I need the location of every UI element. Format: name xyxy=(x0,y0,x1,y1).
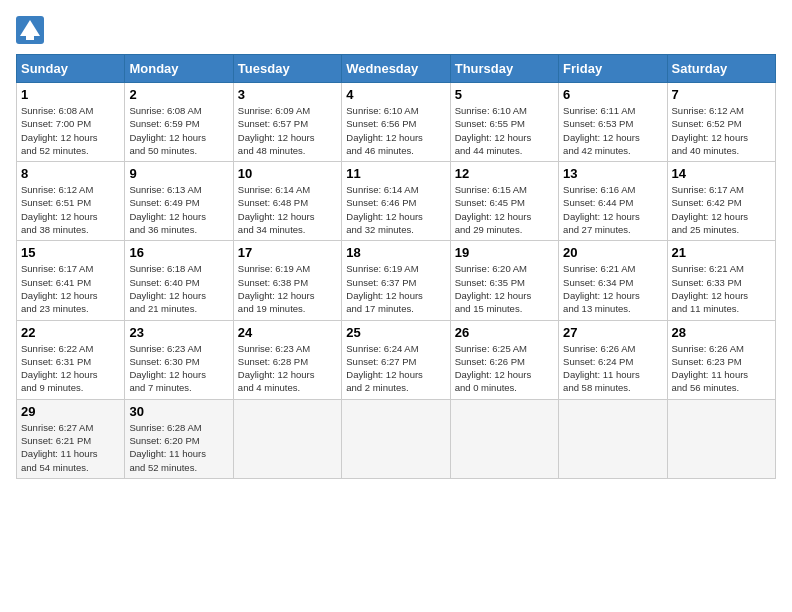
calendar-cell: 14Sunrise: 6:17 AM Sunset: 6:42 PM Dayli… xyxy=(667,162,775,241)
calendar-cell: 25Sunrise: 6:24 AM Sunset: 6:27 PM Dayli… xyxy=(342,320,450,399)
day-info: Sunrise: 6:18 AM Sunset: 6:40 PM Dayligh… xyxy=(129,262,228,315)
day-number: 23 xyxy=(129,325,228,340)
calendar-cell: 5Sunrise: 6:10 AM Sunset: 6:55 PM Daylig… xyxy=(450,83,558,162)
calendar-cell: 24Sunrise: 6:23 AM Sunset: 6:28 PM Dayli… xyxy=(233,320,341,399)
calendar-week-3: 15Sunrise: 6:17 AM Sunset: 6:41 PM Dayli… xyxy=(17,241,776,320)
day-info: Sunrise: 6:21 AM Sunset: 6:34 PM Dayligh… xyxy=(563,262,662,315)
day-info: Sunrise: 6:17 AM Sunset: 6:42 PM Dayligh… xyxy=(672,183,771,236)
calendar-cell: 9Sunrise: 6:13 AM Sunset: 6:49 PM Daylig… xyxy=(125,162,233,241)
day-info: Sunrise: 6:27 AM Sunset: 6:21 PM Dayligh… xyxy=(21,421,120,474)
day-info: Sunrise: 6:15 AM Sunset: 6:45 PM Dayligh… xyxy=(455,183,554,236)
day-info: Sunrise: 6:26 AM Sunset: 6:24 PM Dayligh… xyxy=(563,342,662,395)
day-info: Sunrise: 6:19 AM Sunset: 6:37 PM Dayligh… xyxy=(346,262,445,315)
logo-icon xyxy=(16,16,44,44)
day-number: 14 xyxy=(672,166,771,181)
day-number: 3 xyxy=(238,87,337,102)
day-number: 21 xyxy=(672,245,771,260)
day-info: Sunrise: 6:20 AM Sunset: 6:35 PM Dayligh… xyxy=(455,262,554,315)
day-info: Sunrise: 6:11 AM Sunset: 6:53 PM Dayligh… xyxy=(563,104,662,157)
day-number: 11 xyxy=(346,166,445,181)
day-number: 30 xyxy=(129,404,228,419)
calendar-cell: 3Sunrise: 6:09 AM Sunset: 6:57 PM Daylig… xyxy=(233,83,341,162)
day-info: Sunrise: 6:17 AM Sunset: 6:41 PM Dayligh… xyxy=(21,262,120,315)
calendar-cell: 18Sunrise: 6:19 AM Sunset: 6:37 PM Dayli… xyxy=(342,241,450,320)
day-number: 13 xyxy=(563,166,662,181)
day-info: Sunrise: 6:09 AM Sunset: 6:57 PM Dayligh… xyxy=(238,104,337,157)
day-info: Sunrise: 6:13 AM Sunset: 6:49 PM Dayligh… xyxy=(129,183,228,236)
day-number: 16 xyxy=(129,245,228,260)
calendar-cell: 13Sunrise: 6:16 AM Sunset: 6:44 PM Dayli… xyxy=(559,162,667,241)
calendar-cell: 8Sunrise: 6:12 AM Sunset: 6:51 PM Daylig… xyxy=(17,162,125,241)
day-info: Sunrise: 6:23 AM Sunset: 6:30 PM Dayligh… xyxy=(129,342,228,395)
weekday-header-saturday: Saturday xyxy=(667,55,775,83)
calendar-cell: 27Sunrise: 6:26 AM Sunset: 6:24 PM Dayli… xyxy=(559,320,667,399)
weekday-header-wednesday: Wednesday xyxy=(342,55,450,83)
day-info: Sunrise: 6:14 AM Sunset: 6:46 PM Dayligh… xyxy=(346,183,445,236)
calendar-cell: 23Sunrise: 6:23 AM Sunset: 6:30 PM Dayli… xyxy=(125,320,233,399)
calendar-cell xyxy=(233,399,341,478)
day-number: 17 xyxy=(238,245,337,260)
calendar-cell: 20Sunrise: 6:21 AM Sunset: 6:34 PM Dayli… xyxy=(559,241,667,320)
day-number: 6 xyxy=(563,87,662,102)
day-number: 27 xyxy=(563,325,662,340)
calendar-cell: 28Sunrise: 6:26 AM Sunset: 6:23 PM Dayli… xyxy=(667,320,775,399)
calendar-cell: 16Sunrise: 6:18 AM Sunset: 6:40 PM Dayli… xyxy=(125,241,233,320)
calendar-body: 1Sunrise: 6:08 AM Sunset: 7:00 PM Daylig… xyxy=(17,83,776,479)
calendar-cell: 19Sunrise: 6:20 AM Sunset: 6:35 PM Dayli… xyxy=(450,241,558,320)
weekday-header-thursday: Thursday xyxy=(450,55,558,83)
calendar-cell: 22Sunrise: 6:22 AM Sunset: 6:31 PM Dayli… xyxy=(17,320,125,399)
weekday-header-friday: Friday xyxy=(559,55,667,83)
day-info: Sunrise: 6:25 AM Sunset: 6:26 PM Dayligh… xyxy=(455,342,554,395)
calendar-table: SundayMondayTuesdayWednesdayThursdayFrid… xyxy=(16,54,776,479)
day-info: Sunrise: 6:21 AM Sunset: 6:33 PM Dayligh… xyxy=(672,262,771,315)
calendar-cell: 6Sunrise: 6:11 AM Sunset: 6:53 PM Daylig… xyxy=(559,83,667,162)
day-info: Sunrise: 6:08 AM Sunset: 6:59 PM Dayligh… xyxy=(129,104,228,157)
day-info: Sunrise: 6:23 AM Sunset: 6:28 PM Dayligh… xyxy=(238,342,337,395)
day-info: Sunrise: 6:16 AM Sunset: 6:44 PM Dayligh… xyxy=(563,183,662,236)
day-info: Sunrise: 6:26 AM Sunset: 6:23 PM Dayligh… xyxy=(672,342,771,395)
day-number: 2 xyxy=(129,87,228,102)
calendar-cell: 17Sunrise: 6:19 AM Sunset: 6:38 PM Dayli… xyxy=(233,241,341,320)
calendar-cell: 29Sunrise: 6:27 AM Sunset: 6:21 PM Dayli… xyxy=(17,399,125,478)
day-number: 8 xyxy=(21,166,120,181)
calendar-cell xyxy=(667,399,775,478)
calendar-week-1: 1Sunrise: 6:08 AM Sunset: 7:00 PM Daylig… xyxy=(17,83,776,162)
weekday-header-sunday: Sunday xyxy=(17,55,125,83)
day-number: 19 xyxy=(455,245,554,260)
calendar-cell: 1Sunrise: 6:08 AM Sunset: 7:00 PM Daylig… xyxy=(17,83,125,162)
day-number: 10 xyxy=(238,166,337,181)
day-number: 28 xyxy=(672,325,771,340)
day-info: Sunrise: 6:14 AM Sunset: 6:48 PM Dayligh… xyxy=(238,183,337,236)
calendar-week-5: 29Sunrise: 6:27 AM Sunset: 6:21 PM Dayli… xyxy=(17,399,776,478)
day-number: 12 xyxy=(455,166,554,181)
calendar-cell: 2Sunrise: 6:08 AM Sunset: 6:59 PM Daylig… xyxy=(125,83,233,162)
day-info: Sunrise: 6:10 AM Sunset: 6:56 PM Dayligh… xyxy=(346,104,445,157)
calendar-cell: 15Sunrise: 6:17 AM Sunset: 6:41 PM Dayli… xyxy=(17,241,125,320)
day-number: 24 xyxy=(238,325,337,340)
day-info: Sunrise: 6:08 AM Sunset: 7:00 PM Dayligh… xyxy=(21,104,120,157)
day-info: Sunrise: 6:10 AM Sunset: 6:55 PM Dayligh… xyxy=(455,104,554,157)
calendar-cell: 7Sunrise: 6:12 AM Sunset: 6:52 PM Daylig… xyxy=(667,83,775,162)
day-number: 29 xyxy=(21,404,120,419)
logo xyxy=(16,16,48,44)
calendar-cell xyxy=(559,399,667,478)
day-number: 15 xyxy=(21,245,120,260)
svg-rect-2 xyxy=(26,32,34,40)
day-info: Sunrise: 6:22 AM Sunset: 6:31 PM Dayligh… xyxy=(21,342,120,395)
day-info: Sunrise: 6:19 AM Sunset: 6:38 PM Dayligh… xyxy=(238,262,337,315)
day-number: 1 xyxy=(21,87,120,102)
weekday-header-row: SundayMondayTuesdayWednesdayThursdayFrid… xyxy=(17,55,776,83)
calendar-week-2: 8Sunrise: 6:12 AM Sunset: 6:51 PM Daylig… xyxy=(17,162,776,241)
day-number: 18 xyxy=(346,245,445,260)
day-number: 4 xyxy=(346,87,445,102)
day-number: 22 xyxy=(21,325,120,340)
calendar-cell xyxy=(450,399,558,478)
day-number: 9 xyxy=(129,166,228,181)
weekday-header-monday: Monday xyxy=(125,55,233,83)
calendar-cell: 11Sunrise: 6:14 AM Sunset: 6:46 PM Dayli… xyxy=(342,162,450,241)
day-info: Sunrise: 6:12 AM Sunset: 6:51 PM Dayligh… xyxy=(21,183,120,236)
calendar-cell: 4Sunrise: 6:10 AM Sunset: 6:56 PM Daylig… xyxy=(342,83,450,162)
day-number: 20 xyxy=(563,245,662,260)
day-number: 5 xyxy=(455,87,554,102)
calendar-cell: 12Sunrise: 6:15 AM Sunset: 6:45 PM Dayli… xyxy=(450,162,558,241)
